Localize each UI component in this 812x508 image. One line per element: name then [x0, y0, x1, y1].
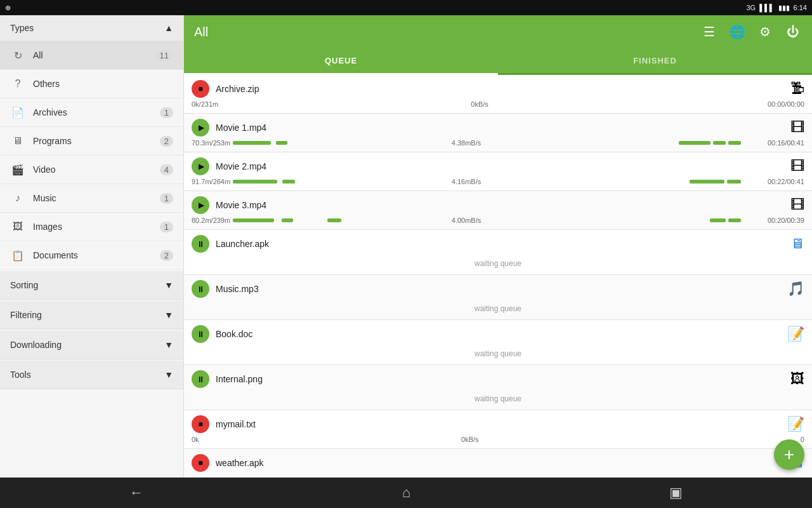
filtering-chevron-icon: ▼	[164, 310, 173, 320]
filtering-label: Filtering	[10, 310, 42, 320]
pause-button-music[interactable]: ⏸	[192, 280, 209, 298]
stop-button-weather[interactable]: ■	[192, 454, 209, 472]
sidebar-count-images: 1	[160, 222, 173, 232]
download-item-music: ⏸ Music.mp3 🎵 waiting queue	[184, 275, 812, 320]
sidebar-item-others[interactable]: ? Others	[0, 70, 183, 98]
play-button-movie3[interactable]: ▶	[192, 196, 209, 214]
tools-label: Tools	[10, 370, 31, 380]
stats-movie2: 91.7m/264m 4.16mB/s 00:22/00:41	[192, 178, 804, 185]
progress-bar4-movie2	[727, 180, 741, 184]
sorting-section[interactable]: Sorting ▼	[0, 271, 183, 300]
status-bar-left: ⊕	[5, 4, 11, 12]
stop-button-archive-zip[interactable]: ■	[192, 80, 209, 98]
progress-bar-movie2	[233, 180, 277, 184]
play-button-movie2[interactable]: ▶	[192, 157, 209, 175]
sidebar-item-archives[interactable]: 📄 Archives 1	[0, 98, 183, 127]
filename-internal: Internal.png	[216, 374, 263, 384]
progress-movie3: 80.2m/239m	[192, 217, 230, 224]
clock: 6:14	[794, 4, 807, 11]
progress-bar5-movie1	[728, 141, 741, 145]
types-label: Types	[10, 23, 34, 33]
gear-icon[interactable]: ⚙	[756, 23, 774, 41]
doc-thumbnail-book: 📝	[787, 326, 804, 342]
progress-bar2-movie1	[276, 141, 287, 145]
apk-thumbnail-launcher: 🖥	[790, 236, 804, 252]
add-button[interactable]: +	[774, 439, 804, 470]
top-bar: All ☰ 🌐 ⚙ ⏻	[184, 15, 812, 48]
tab-finished[interactable]: FINISHED	[498, 48, 812, 75]
filename-music: Music.mp3	[216, 284, 259, 294]
time-movie3: 00:20/00:39	[741, 217, 804, 224]
download-item-launcher: ⏸ Launcher.apk 🖥 waiting queue	[184, 230, 812, 275]
download-item-movie2: ▶ Movie 2.mp4 🎞 91.7m/264m 4.16mB/s	[184, 152, 812, 191]
progress-bar3-movie2	[690, 180, 724, 184]
filtering-section[interactable]: Filtering ▼	[0, 301, 183, 330]
documents-icon: 📋	[10, 248, 25, 263]
globe-icon[interactable]: 🌐	[728, 23, 746, 41]
download-item-movie1: ▶ Movie 1.mp4 🎞 70.3m/253m 4.38mB/s	[184, 114, 812, 152]
video-thumbnail-movie2: 🎞	[790, 158, 804, 175]
stop-button-mymail[interactable]: ■	[192, 415, 209, 433]
video-thumbnail-movie1: 🎞	[790, 119, 804, 136]
power-icon[interactable]: ⏻	[784, 23, 802, 41]
sidebar-item-music[interactable]: ♪ Music 1	[0, 184, 183, 213]
progress-movie2: 91.7m/264m	[192, 178, 230, 185]
battery-icon: ▮▮▮	[778, 4, 790, 12]
sidebar-item-images[interactable]: 🖼 Images 1	[0, 213, 183, 241]
progress-bar-movie3	[233, 218, 274, 222]
music-icon: ♪	[10, 190, 25, 206]
network-indicator: 3G	[747, 4, 756, 11]
tab-queue[interactable]: QUEUE	[184, 48, 498, 75]
video-thumbnail-movie3: 🎞	[790, 197, 804, 213]
waiting-queue-book: waiting queue	[192, 345, 804, 359]
sidebar-item-video[interactable]: 🎬 Video 4	[0, 156, 183, 184]
filename-weather: weather.apk	[216, 458, 264, 468]
downloading-section[interactable]: Downloading ▼	[0, 331, 183, 359]
waiting-queue-internal: waiting queue	[192, 391, 804, 404]
pause-button-launcher[interactable]: ⏸	[192, 235, 209, 253]
home-button[interactable]: ⌂	[387, 479, 426, 506]
filename-archive-zip: Archive.zip	[216, 84, 259, 94]
filename-book: Book.doc	[216, 329, 252, 339]
stats-archive-zip: 0k/231m 0kB/s 00:00/00:00	[192, 100, 804, 108]
download-item-movie3: ▶ Movie 3.mp4 🎞 80.2m/239m 4.00mB/s	[184, 191, 812, 230]
progress-movie1: 70.3m/253m	[192, 139, 230, 147]
tools-section[interactable]: Tools ▼	[0, 361, 183, 389]
time-movie2: 00:22/00:41	[741, 178, 804, 185]
tabs: QUEUE FINISHED	[184, 48, 812, 75]
progress-row-movie1: 70.3m/253m	[192, 139, 452, 147]
pause-button-book[interactable]: ⏸	[192, 325, 209, 343]
pause-button-internal[interactable]: ⏸	[192, 370, 209, 388]
sidebar-label-others: Others	[33, 79, 60, 89]
recents-button[interactable]: ▣	[654, 479, 698, 506]
filename-movie3: Movie 3.mp4	[216, 200, 266, 210]
sidebar-count-video: 4	[160, 164, 173, 175]
speed-movie3: 4.00mB/s	[452, 217, 481, 224]
audio-thumbnail-music: 🎵	[787, 281, 804, 297]
types-section-header[interactable]: Types ▲	[0, 15, 183, 41]
sidebar-item-programs[interactable]: 🖥 Programs 2	[0, 127, 183, 156]
download-list: ■ Archive.zip 🗜 0k/231m 0kB/s 00:00/00:0…	[184, 75, 812, 478]
sidebar-item-documents[interactable]: 📋 Documents 2	[0, 241, 183, 270]
play-button-movie1[interactable]: ▶	[192, 119, 209, 137]
progress-bar-movie1	[233, 141, 271, 145]
stats-mymail: 0k 0kB/s 0	[192, 436, 804, 443]
signal-icon: ▌▌▌	[759, 4, 774, 11]
page-title: All	[194, 25, 208, 39]
back-button[interactable]: ←	[114, 479, 159, 506]
download-item-mymail: ■ mymail.txt 📝 0k 0kB/s 0	[184, 410, 812, 449]
types-chevron-icon: ▲	[164, 23, 173, 33]
video-icon: 🎬	[10, 162, 25, 177]
waiting-queue-music: waiting queue	[192, 300, 804, 314]
doc-thumbnail-mymail: 📝	[787, 416, 804, 432]
sidebar-count-all: 11	[155, 50, 173, 61]
speed-mymail: 0kB/s	[461, 436, 479, 443]
sidebar-count-music: 1	[160, 193, 173, 204]
sidebar-item-all[interactable]: ↻ All 11	[0, 41, 183, 70]
sidebar-count-archives: 1	[160, 107, 173, 118]
list-icon[interactable]: ☰	[700, 23, 718, 41]
sidebar-count-programs: 2	[160, 136, 173, 147]
progress-bar4-movie3	[710, 218, 726, 222]
stats-movie3: 80.2m/239m 4.00mB/s 00:20/00:39	[192, 217, 804, 224]
download-item-weather: ■ weather.apk 🖥	[184, 449, 812, 478]
